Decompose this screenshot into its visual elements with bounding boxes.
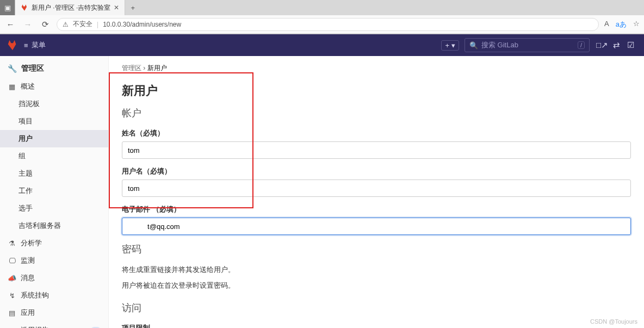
favorite-icon[interactable]: ☆: [633, 20, 640, 29]
browser-tab[interactable]: 新用户 ·管理区 ·吉特实验室 ✕: [15, 0, 125, 15]
url-text: 10.0.0.30/admin/users/new: [103, 21, 181, 28]
window-icon: ▣: [0, 0, 15, 15]
hook-icon: ↯: [8, 292, 16, 300]
sidebar-item-label: 监测: [21, 256, 35, 265]
monitor-icon: 🖵: [8, 257, 16, 265]
megaphone-icon: 📣: [8, 274, 16, 282]
sidebar-sub-item[interactable]: 主题: [0, 165, 108, 182]
username-label: 用户名（必填）: [122, 166, 631, 176]
breadcrumb: 管理区 › 新用户: [122, 64, 631, 73]
sidebar-item-label: 概述: [21, 82, 35, 91]
sidebar-item[interactable]: ▤应用: [0, 304, 108, 321]
menu-button[interactable]: ≡ 菜单: [24, 40, 46, 50]
sidebar-item-label: 滥用报告: [21, 325, 49, 328]
grid-icon: ▤: [8, 309, 16, 317]
project-limit-label: 项目限制: [122, 323, 631, 328]
sidebar-head[interactable]: 🔧 管理区: [0, 59, 108, 78]
hamburger-icon: ≡: [24, 41, 28, 49]
new-tab-button[interactable]: +: [125, 4, 140, 12]
pw-help-2: 用户将被迫在首次登录时设置密码。: [122, 280, 631, 292]
search-placeholder: 搜索 GitLab: [481, 40, 518, 50]
watermark: CSDN @Toujours: [590, 318, 637, 325]
gitlab-favicon-icon: [21, 4, 28, 11]
sidebar-sub-item[interactable]: 项目: [0, 113, 108, 130]
sidebar-item-label: 分析学: [21, 238, 42, 248]
breadcrumb-root[interactable]: 管理区: [122, 64, 141, 72]
pw-help-1: 将生成重置链接并将其发送给用户。: [122, 264, 631, 276]
unsafe-icon: ⚠: [63, 21, 69, 28]
breadcrumb-current: 新用户: [147, 64, 167, 72]
address-bar[interactable]: ⚠ 不安全 | 10.0.0.30/admin/users/new: [57, 18, 599, 31]
name-label: 姓名（必填）: [122, 128, 631, 138]
main-content: 管理区 › 新用户 新用户 帐户 姓名（必填） 用户名（必填） 电子邮件 （必填…: [109, 56, 644, 328]
search-box[interactable]: 🔍 搜索 GitLab /: [465, 38, 590, 52]
sidebar-item-label: 消息: [21, 273, 35, 283]
chevron-down-icon: ▾: [451, 41, 455, 49]
sidebar-sub-item[interactable]: 挡泥板: [0, 95, 108, 113]
page-title: 新用户: [122, 83, 631, 99]
access-section: 访问: [122, 301, 631, 314]
tab-title: 新用户 ·管理区 ·吉特实验室: [32, 3, 110, 13]
forward-button: →: [22, 20, 34, 29]
sidebar: 🔧 管理区 ▦ 概述 挡泥板项目用户组主题工作选手吉塔利服务器 ⚗分析学🖵监测📣…: [0, 56, 109, 328]
flask-icon: ⚗: [8, 239, 16, 247]
issues-icon[interactable]: □↗: [595, 40, 609, 50]
search-icon: 🔍: [469, 41, 478, 49]
name-input[interactable]: [122, 141, 631, 159]
sidebar-item[interactable]: ⚗分析学: [0, 234, 108, 252]
plus-icon: +: [445, 41, 449, 49]
sidebar-sub-item[interactable]: 选手: [0, 200, 108, 217]
back-button[interactable]: ←: [4, 20, 16, 29]
sidebar-item[interactable]: 📣消息: [0, 269, 108, 287]
sidebar-sub-item[interactable]: 吉塔利服务器: [0, 217, 108, 234]
search-shortcut: /: [578, 41, 585, 49]
dash-icon: ▦: [8, 83, 16, 91]
warn-icon: ⊘: [8, 326, 16, 329]
font-size-icon[interactable]: A: [604, 20, 609, 29]
password-section: 密码: [122, 243, 631, 256]
merge-requests-icon[interactable]: ⇄: [609, 40, 623, 50]
sidebar-item[interactable]: ⊘滥用报告0: [0, 321, 108, 328]
todos-icon[interactable]: ☑: [623, 40, 637, 50]
sidebar-head-label: 管理区: [21, 64, 44, 73]
sidebar-item-label: 应用: [21, 308, 35, 318]
email-label: 电子邮件 （必填）: [122, 205, 631, 214]
account-section: 帐户: [122, 107, 631, 120]
sidebar-item[interactable]: ↯系统挂钩: [0, 287, 108, 304]
unsafe-label: 不安全: [73, 20, 92, 29]
menu-label: 菜单: [32, 40, 46, 50]
new-dropdown[interactable]: + ▾: [441, 40, 459, 51]
sidebar-sub-item[interactable]: 组: [0, 147, 108, 165]
sidebar-item-label: 系统挂钩: [21, 290, 49, 300]
email-input[interactable]: [122, 218, 631, 235]
close-tab-icon[interactable]: ✕: [114, 4, 119, 11]
gitlab-logo-icon[interactable]: [7, 39, 18, 51]
app-header: ≡ 菜单 + ▾ 🔍 搜索 GitLab / □↗ ⇄ ☑: [0, 34, 644, 56]
username-input[interactable]: [122, 180, 631, 197]
wrench-icon: 🔧: [8, 64, 17, 73]
sidebar-item[interactable]: 🖵监测: [0, 252, 108, 269]
reload-button[interactable]: ⟳: [39, 20, 51, 29]
translate-icon[interactable]: aあ: [616, 20, 627, 29]
sidebar-sub-item[interactable]: 用户: [0, 130, 108, 147]
sidebar-item-overview[interactable]: ▦ 概述: [0, 78, 108, 95]
sidebar-sub-item[interactable]: 工作: [0, 182, 108, 200]
